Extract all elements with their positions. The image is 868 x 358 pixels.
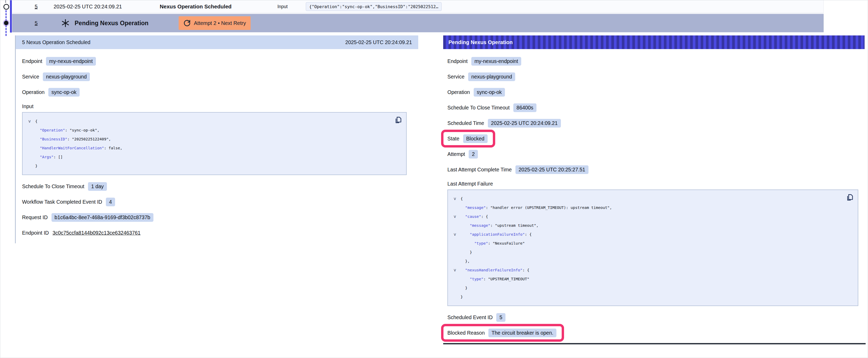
field-label: Schedule To Close Timeout bbox=[22, 184, 84, 190]
collapse-chevron-icon[interactable]: v bbox=[452, 212, 461, 221]
field-value-chip: 5 bbox=[496, 313, 505, 322]
failure-section-label: Last Attempt Failure bbox=[447, 181, 859, 187]
field-row: Last Attempt Complete Time2025-02-25 UTC… bbox=[447, 165, 859, 174]
json-text: : "sync-op-ok", bbox=[65, 128, 99, 132]
chevron-spacer bbox=[26, 126, 35, 135]
json-text: : { bbox=[481, 215, 488, 219]
pending-operation-body: Endpointmy-nexus-endpointServicenexus-pl… bbox=[443, 49, 865, 338]
code-line: "Args": [] bbox=[26, 153, 392, 161]
json-text bbox=[35, 137, 40, 141]
code-line: v "applicationFailureInfo": { bbox=[452, 230, 843, 239]
field-row: Request IDb1c6a4bc-8ee7-468a-9169-df3b02… bbox=[22, 212, 413, 222]
code-line: v{ bbox=[26, 117, 392, 126]
json-key: "applicationFailureInfo" bbox=[470, 232, 525, 236]
field-label: Endpoint bbox=[447, 58, 468, 64]
json-text bbox=[461, 223, 470, 228]
field-value-chip: Blocked bbox=[463, 134, 488, 143]
collapse-chevron-icon[interactable]: v bbox=[26, 117, 35, 126]
chevron-spacer bbox=[452, 203, 461, 212]
field-value-chip: 1 day bbox=[88, 182, 107, 191]
field-row: Endpointmy-nexus-endpoint bbox=[447, 56, 859, 66]
collapse-chevron-icon[interactable]: v bbox=[452, 230, 461, 239]
field-label: Attempt bbox=[447, 151, 465, 157]
field-label: Scheduled Time bbox=[447, 120, 484, 126]
chevron-spacer bbox=[452, 257, 461, 266]
code-line: } bbox=[452, 248, 843, 257]
field-label: Request ID bbox=[22, 215, 48, 221]
panel-bottom-divider bbox=[443, 343, 866, 344]
collapse-chevron-icon[interactable]: v bbox=[452, 266, 461, 274]
event-row[interactable]: 5 2025-02-25 UTC 20:24:09.21 Nexus Opera… bbox=[12, 0, 824, 13]
code-line: "message": "upstream timeout", bbox=[452, 221, 843, 230]
json-text: { bbox=[35, 119, 37, 123]
code-line: }, bbox=[452, 257, 843, 266]
chevron-spacer bbox=[26, 143, 35, 153]
event-detail-timestamp: 2025-02-25 UTC 20:24:09.21 bbox=[345, 39, 412, 45]
event-detail-body: Endpointmy-nexus-endpointServicenexus-pl… bbox=[16, 49, 418, 238]
field-value-chip: nexus-playground bbox=[468, 72, 515, 81]
code-line: "HandlerWaitForCancellation": false, bbox=[26, 143, 392, 153]
collapse-chevron-icon[interactable]: v bbox=[452, 194, 461, 203]
field-label: Endpoint ID bbox=[22, 230, 49, 236]
json-text bbox=[461, 232, 470, 236]
pending-event-id-link[interactable]: 5 bbox=[35, 20, 37, 26]
json-key: "BusinessID" bbox=[40, 137, 67, 141]
highlight-annotation: Blocked ReasonThe circuit breaker is ope… bbox=[441, 324, 564, 342]
field-label: Service bbox=[447, 74, 464, 80]
input-code-block: v{ "Operation": "sync-op-ok", "BusinessI… bbox=[22, 112, 407, 175]
event-detail-panel: 5 Nexus Operation Scheduled 2025-02-25 U… bbox=[15, 35, 418, 243]
json-text: : { bbox=[523, 268, 529, 272]
event-title: Nexus Operation Scheduled bbox=[160, 3, 231, 10]
json-text: } bbox=[461, 295, 463, 299]
json-key: "cause" bbox=[465, 215, 481, 219]
retry-badge-label: Attempt 2 • Next Retry bbox=[194, 20, 246, 26]
pending-operation-header: Pending Nexus Operation bbox=[443, 35, 865, 49]
pending-event-row[interactable]: 5 Pending Nexus Operation Attempt 2 • Ne… bbox=[12, 14, 824, 32]
field-label: Workflow Task Completed Event ID bbox=[22, 199, 102, 205]
copy-button[interactable] bbox=[394, 116, 402, 125]
chevron-spacer bbox=[452, 292, 461, 301]
selected-event-indicator-bar bbox=[10, 0, 12, 33]
timeline-selected-node-icon[interactable] bbox=[4, 21, 8, 25]
json-text bbox=[461, 268, 465, 272]
timeline-connector bbox=[5, 0, 6, 3]
field-row: Operationsync-op-ok bbox=[22, 87, 413, 97]
pending-operation-panel: Pending Nexus Operation Endpointmy-nexus… bbox=[443, 35, 865, 343]
json-key: "Args" bbox=[40, 155, 53, 159]
code-line: "Operation": "sync-op-ok", bbox=[26, 126, 392, 135]
field-row: Servicenexus-playground bbox=[22, 72, 413, 82]
field-value-chip: 2 bbox=[469, 150, 478, 159]
json-text: : "UPSTREAM_TIMEOUT" bbox=[484, 277, 529, 281]
json-key: "nexusHandlerFailureInfo" bbox=[465, 268, 522, 272]
code-line: "message": "handler error (UPSTREAM_TIME… bbox=[452, 203, 843, 212]
field-value-chip: 86400s bbox=[513, 103, 536, 112]
input-preview-chip[interactable]: {"Operation":"sync-op-ok","BusinessID":"… bbox=[306, 2, 442, 11]
field-label: Service bbox=[22, 74, 39, 80]
json-text: }, bbox=[461, 259, 470, 263]
field-value-chip: b1c6a4bc-8ee7-468a-9169-df3b02c8737b bbox=[52, 213, 153, 222]
json-key: "type" bbox=[474, 241, 488, 246]
chevron-spacer bbox=[26, 153, 35, 161]
field-row: Endpoint ID3c0c75ccfa8144b092c13ce632463… bbox=[22, 228, 413, 238]
chevron-spacer bbox=[452, 221, 461, 230]
field-row: StateBlocked bbox=[447, 134, 859, 143]
json-text bbox=[461, 277, 470, 281]
timeline-open-node-icon[interactable] bbox=[3, 4, 9, 10]
field-row: Schedule To Close Timeout1 day bbox=[22, 182, 413, 191]
json-text: : "handler error (UPSTREAM_TIMEOUT): ups… bbox=[486, 205, 612, 210]
code-line: v "nexusHandlerFailureInfo": { bbox=[452, 266, 843, 274]
chevron-spacer bbox=[452, 248, 461, 257]
event-id-link[interactable]: 5 bbox=[35, 4, 37, 10]
field-row: Scheduled Time2025-02-25 UTC 20:24:09.21 bbox=[447, 118, 859, 128]
json-key: "type" bbox=[470, 277, 484, 281]
json-text bbox=[461, 205, 465, 210]
chevron-spacer bbox=[452, 239, 461, 248]
field-row: Attempt2 bbox=[447, 149, 859, 159]
copy-button[interactable] bbox=[845, 193, 854, 202]
json-text: : false, bbox=[104, 146, 122, 150]
event-history-view: 5 2025-02-25 UTC 20:24:09.21 Nexus Opera… bbox=[0, 0, 868, 358]
field-value-link[interactable]: 3c0c75ccfa8144b092c13ce632463761 bbox=[53, 230, 141, 236]
failure-code-block: v{ "message": "handler error (UPSTREAM_T… bbox=[447, 190, 858, 306]
pending-event-title: Pending Nexus Operation bbox=[74, 20, 149, 27]
json-text: : "NexusFailure" bbox=[488, 241, 525, 246]
